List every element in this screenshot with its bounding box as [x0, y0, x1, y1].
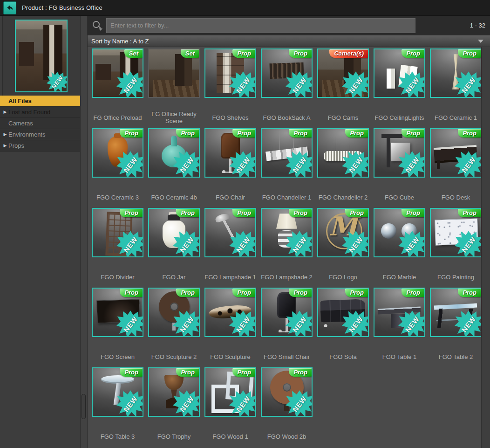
chevron-down-icon: [478, 40, 483, 43]
asset-thumbnail[interactable]: Prop NEW: [92, 367, 143, 417]
type-badge: Prop: [458, 49, 481, 58]
asset-label: FGO Sculpture: [202, 350, 259, 364]
asset-label: FGO Chandelier 2: [315, 190, 371, 204]
asset-thumbnail[interactable]: Prop NEW: [317, 208, 369, 257]
sort-dropdown[interactable]: Sort by Name : A to Z: [88, 35, 490, 47]
asset-thumbnail[interactable]: Prop NEW: [374, 128, 425, 178]
type-badge: Prop: [289, 209, 312, 217]
expand-arrow-icon[interactable]: ▶: [2, 129, 8, 140]
asset-label: FG Office Preload: [89, 110, 146, 124]
asset-thumbnail[interactable]: Prop NEW: [204, 208, 256, 257]
asset-label: FGO Cams: [315, 110, 371, 124]
asset-label: FGO Jar: [146, 270, 202, 284]
asset-label: FGO Cube: [371, 190, 428, 204]
product-preview-thumbnail[interactable]: NEW: [15, 20, 68, 92]
asset-label: FGO Small Chair: [259, 350, 315, 364]
asset-label: FGO Lampshade 2: [259, 270, 315, 284]
expand-arrow-icon[interactable]: ▶: [2, 140, 8, 151]
asset-thumbnail[interactable]: Set: [148, 48, 200, 98]
asset-thumbnail[interactable]: Prop NEW: [374, 208, 425, 257]
category-list: All Files▶Lost and FoundCameras▶Environm…: [0, 96, 80, 152]
asset-thumbnail[interactable]: Prop NEW: [261, 208, 313, 257]
asset-label: FGO Screen: [89, 350, 146, 364]
sidebar: NEW All Files▶Lost and FoundCameras▶Envi…: [0, 15, 80, 448]
product-preview-panel: NEW: [2, 16, 80, 96]
asset-label: FGO Table 1: [371, 350, 428, 364]
asset-thumbnail[interactable]: Camera(s) NEW: [317, 48, 369, 98]
sidebar-item-cameras[interactable]: Cameras: [0, 118, 80, 129]
type-badge: Prop: [289, 289, 312, 297]
asset-label: FGO Ceramic 3: [89, 190, 146, 204]
asset-tile-fgo-screen: Prop NEW FGO Screen: [89, 288, 146, 367]
type-badge: Prop: [232, 209, 255, 217]
asset-thumbnail[interactable]: Prop NEW: [261, 288, 313, 337]
asset-thumbnail[interactable]: Prop NEW: [317, 288, 369, 337]
asset-thumbnail[interactable]: Prop NEW: [374, 48, 425, 98]
asset-thumbnail[interactable]: Prop NEW: [204, 367, 256, 417]
asset-tile-fgo-wood-2b: Prop NEW FGO Wood 2b: [259, 367, 315, 447]
asset-label: FGO Divider: [89, 270, 146, 284]
asset-thumbnail[interactable]: Prop NEW: [430, 48, 482, 98]
asset-label: FGO Logo: [315, 270, 371, 284]
asset-thumbnail[interactable]: Prop NEW: [261, 367, 313, 417]
splitter-handle[interactable]: [82, 394, 86, 419]
asset-thumbnail[interactable]: Prop NEW: [261, 128, 313, 178]
sidebar-item-props[interactable]: ▶Props: [0, 140, 80, 152]
asset-thumbnail[interactable]: Prop NEW: [148, 208, 200, 257]
asset-tile-fgo-ceramic-1: Prop NEW FGO Ceramic 1: [428, 48, 484, 128]
sidebar-item-all-files[interactable]: All Files: [0, 96, 80, 107]
sidebar-item-environments[interactable]: ▶Environments: [0, 129, 80, 140]
sidebar-item-lost-and-found[interactable]: ▶Lost and Found: [0, 107, 80, 118]
asset-thumbnail[interactable]: Prop NEW: [430, 208, 482, 257]
asset-thumbnail[interactable]: Prop NEW: [317, 128, 369, 178]
back-button[interactable]: [3, 1, 16, 14]
asset-tile-fgo-lampshade-2: Prop NEW FGO Lampshade 2: [259, 208, 315, 288]
asset-thumbnail[interactable]: Prop NEW: [148, 367, 200, 417]
asset-thumbnail[interactable]: Prop NEW: [148, 128, 200, 178]
asset-tile-fgo-small-chair: Prop NEW FGO Small Chair: [259, 288, 315, 367]
asset-tile-fgo-lampshade-1: Prop NEW FGO Lampshade 1: [202, 208, 259, 288]
filter-input[interactable]: [106, 18, 415, 33]
type-badge: Prop: [458, 129, 481, 138]
content-library-window: { "titlebar": { "title": "Product : FG B…: [0, 0, 490, 448]
sidebar-item-label: Environments: [8, 129, 45, 140]
type-badge: Prop: [176, 289, 199, 297]
asset-label: FGO Ceramic 4b: [146, 190, 202, 204]
asset-label: FGO Ceramic 1: [428, 110, 484, 124]
type-badge: Prop: [402, 49, 424, 58]
asset-grid-viewport: Set NEW FG Office Preload Set FG Office …: [88, 47, 490, 448]
sidebar-item-label: All Files: [8, 96, 32, 106]
asset-label: FGO Trophy: [146, 429, 202, 443]
asset-tile-fgo-table-3: Prop NEW FGO Table 3: [89, 367, 146, 447]
sidebar-item-label: Cameras: [8, 118, 33, 129]
expand-arrow-icon[interactable]: ▶: [2, 107, 8, 117]
asset-label: FGO Wood 2b: [259, 429, 315, 443]
asset-tile-fgo-desk: Prop NEW FGO Desk: [428, 128, 484, 208]
asset-thumbnail[interactable]: Prop NEW: [204, 128, 256, 178]
asset-thumbnail[interactable]: Prop NEW: [148, 288, 200, 337]
scrollbar-track[interactable]: [481, 47, 490, 448]
sidebar-item-label: Props: [8, 140, 24, 151]
title-bar: Product : FG Business Office: [0, 0, 490, 16]
asset-label: FGO Marble: [371, 270, 428, 284]
asset-tile-fgo-ceilinglights: Prop NEW FGO CeilingLights: [371, 48, 428, 128]
asset-thumbnail[interactable]: Prop NEW: [261, 48, 313, 98]
sidebar-item-label: Lost and Found: [8, 107, 50, 117]
asset-thumbnail[interactable]: Prop NEW: [204, 288, 256, 337]
filter-bar: 1 - 32: [88, 15, 490, 35]
asset-thumbnail[interactable]: Prop NEW: [92, 128, 143, 178]
type-badge: Prop: [232, 368, 255, 377]
asset-thumbnail[interactable]: Prop NEW: [374, 288, 425, 337]
asset-tile-fgo-table-2: Prop NEW FGO Table 2: [428, 288, 484, 367]
asset-thumbnail[interactable]: Set NEW: [92, 48, 143, 98]
asset-thumbnail[interactable]: Prop NEW: [92, 288, 143, 337]
asset-thumbnail[interactable]: Prop NEW: [92, 208, 143, 257]
search-icon[interactable]: [91, 20, 102, 31]
asset-thumbnail[interactable]: Prop NEW: [204, 48, 256, 98]
pane-splitter[interactable]: [80, 15, 88, 448]
asset-tile-fgo-painting: Prop NEW FGO Painting: [428, 208, 484, 288]
asset-tile-fgo-trophy: Prop NEW FGO Trophy: [146, 367, 202, 447]
asset-thumbnail[interactable]: Prop NEW: [430, 288, 482, 337]
asset-thumbnail[interactable]: Prop NEW: [430, 128, 482, 178]
asset-tile-fgo-sofa: Prop NEW FGO Sofa: [315, 288, 371, 367]
